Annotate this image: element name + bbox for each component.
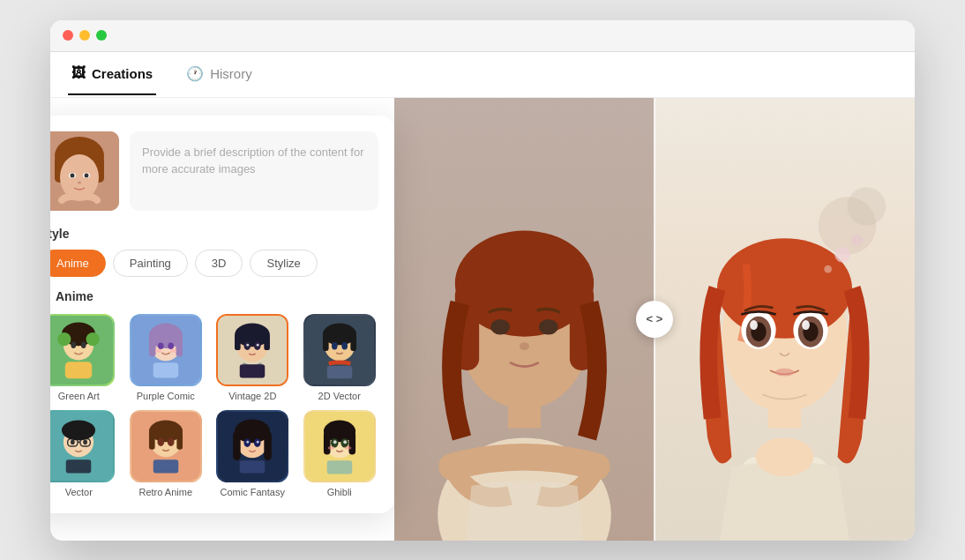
- svg-rect-76: [324, 430, 331, 454]
- style-option-comic-fantasy[interactable]: Comic Fantasy: [213, 410, 292, 497]
- tab-creations[interactable]: 🖼 Creations: [68, 53, 156, 95]
- svg-point-60: [157, 437, 164, 446]
- style-option-vintage-2d[interactable]: Vintage 2D: [213, 314, 292, 401]
- description-box[interactable]: Provide a brief description of the conte…: [130, 131, 378, 211]
- style-thumb-comic-fantasy: [216, 410, 288, 482]
- svg-point-111: [802, 320, 810, 330]
- svg-rect-58: [149, 430, 155, 449]
- svg-point-99: [848, 187, 886, 226]
- style-tab-painting[interactable]: Painting: [113, 250, 188, 277]
- svg-point-95: [539, 319, 558, 334]
- svg-point-82: [327, 446, 334, 450]
- svg-point-70: [247, 440, 250, 443]
- svg-rect-54: [66, 459, 92, 473]
- svg-rect-21: [149, 335, 156, 356]
- svg-rect-27: [153, 362, 178, 377]
- style-option-vector[interactable]: Vector: [50, 410, 118, 497]
- style-option-purple-comic[interactable]: Purple Comic: [127, 314, 206, 401]
- anime-subsection-header: ✦ Anime: [50, 289, 378, 303]
- maximize-button[interactable]: [96, 30, 107, 41]
- browser-window: 🖼 Creations 🕐 Hisrory: [50, 20, 915, 541]
- svg-rect-45: [326, 366, 352, 378]
- main-area: Provide a brief description of the conte…: [50, 98, 915, 541]
- style-tab-3d[interactable]: 3D: [195, 250, 243, 277]
- svg-rect-84: [326, 460, 352, 474]
- svg-point-114: [834, 247, 849, 262]
- style-grid: Green Art: [50, 314, 378, 497]
- style-name-retro-anime: Retro Anime: [138, 487, 192, 497]
- left-panel: Provide a brief description of the conte…: [50, 116, 394, 513]
- tab-creations-label: Creations: [92, 66, 153, 81]
- history-icon: 🕐: [186, 65, 204, 82]
- close-button[interactable]: [63, 30, 73, 41]
- svg-rect-77: [348, 430, 355, 454]
- photo-left: [394, 98, 655, 541]
- photo-preview[interactable]: [50, 131, 119, 211]
- style-option-ghibli[interactable]: Ghibli: [301, 410, 379, 497]
- style-name-2d-vector: 2D Vector: [318, 391, 361, 401]
- svg-rect-62: [153, 459, 178, 473]
- svg-point-94: [490, 319, 510, 334]
- tab-bar: 🖼 Creations 🕐 Hisrory: [50, 52, 915, 98]
- style-tab-anime[interactable]: Anime: [50, 250, 106, 277]
- drag-handle-label: < >: [647, 312, 663, 325]
- photo-right: [655, 98, 915, 541]
- description-placeholder: Provide a brief description of the conte…: [142, 144, 366, 178]
- svg-point-14: [86, 332, 100, 346]
- style-option-green-art[interactable]: Green Art: [50, 314, 118, 401]
- anime-section-label: Anime: [56, 289, 94, 303]
- svg-point-23: [158, 342, 164, 349]
- drag-handle[interactable]: < >: [636, 301, 673, 338]
- svg-point-81: [343, 440, 347, 444]
- style-thumb-green-art: [50, 314, 115, 386]
- style-name-ghibli: Ghibli: [327, 487, 352, 497]
- style-thumb-retro-anime: [130, 410, 202, 482]
- style-tabs: Anime Painting 3D Stylize: [50, 250, 378, 277]
- style-name-comic-fantasy: Comic Fantasy: [221, 487, 285, 497]
- style-option-retro-anime[interactable]: Retro Anime: [127, 410, 206, 497]
- style-tab-stylize[interactable]: Stylize: [250, 250, 317, 277]
- svg-point-36: [257, 343, 259, 346]
- svg-rect-32: [265, 334, 271, 349]
- minimize-button[interactable]: [79, 30, 90, 41]
- svg-point-112: [775, 368, 795, 376]
- svg-point-61: [168, 437, 175, 446]
- svg-point-96: [520, 342, 529, 350]
- svg-point-8: [85, 173, 89, 177]
- style-name-green-art: Green Art: [58, 391, 100, 401]
- svg-point-110: [750, 320, 758, 330]
- style-name-purple-comic: Purple Comic: [137, 391, 195, 401]
- svg-point-24: [168, 342, 174, 349]
- style-option-2d-vector[interactable]: 2D Vector: [301, 314, 379, 401]
- creations-icon: 🖼: [71, 65, 86, 81]
- svg-point-13: [57, 332, 71, 346]
- svg-rect-37: [240, 364, 266, 377]
- svg-point-53: [83, 439, 87, 444]
- svg-point-116: [824, 265, 832, 273]
- svg-point-35: [247, 343, 250, 346]
- svg-point-26: [170, 349, 177, 353]
- style-thumb-vintage-2d: [216, 314, 288, 386]
- svg-rect-72: [240, 460, 266, 473]
- uploaded-photo-svg: [50, 131, 119, 211]
- style-thumb-2d-vector: [303, 314, 376, 386]
- tab-history[interactable]: 🕐 Hisrory: [183, 53, 256, 96]
- svg-rect-17: [65, 362, 92, 378]
- svg-rect-67: [265, 430, 273, 459]
- svg-rect-42: [350, 333, 356, 350]
- style-label: Style: [50, 227, 378, 241]
- style-name-vintage-2d: Vintage 2D: [228, 391, 276, 401]
- svg-point-9: [78, 181, 81, 183]
- svg-point-43: [332, 341, 338, 349]
- svg-point-113: [756, 437, 814, 476]
- right-area: < >: [394, 98, 915, 541]
- svg-point-52: [71, 439, 75, 444]
- svg-point-80: [333, 440, 337, 444]
- svg-point-4: [60, 154, 99, 200]
- svg-point-7: [71, 173, 75, 177]
- svg-rect-59: [176, 430, 183, 449]
- svg-point-103: [717, 238, 852, 339]
- svg-rect-31: [235, 334, 241, 349]
- tab-history-label: Hisrory: [210, 66, 252, 81]
- style-thumb-purple-comic: [130, 314, 202, 386]
